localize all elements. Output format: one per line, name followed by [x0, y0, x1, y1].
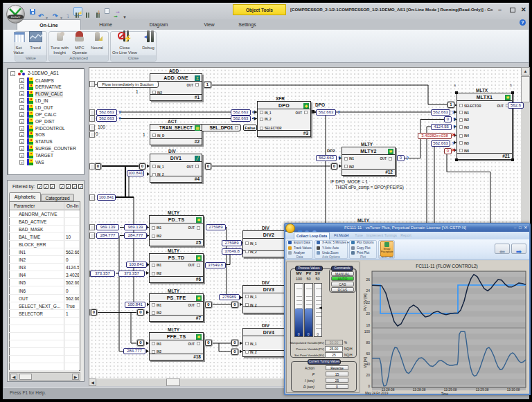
svg-text:PV / SV [%]: PV / SV [%] [364, 293, 367, 311]
svg-text:13:29:38: 13:29:38 [476, 388, 489, 392]
svg-text:0: 0 [368, 384, 370, 388]
svg-text:13:30:08: 13:30:08 [507, 388, 520, 392]
svg-text:60: 60 [366, 351, 370, 356]
svg-text:13:29:08: 13:29:08 [444, 388, 457, 392]
svg-text:13:28:08: 13:28:08 [382, 388, 395, 392]
svg-text:18: 18 [366, 323, 370, 327]
svg-text:24: 24 [366, 289, 370, 293]
svg-text:26: 26 [366, 277, 370, 282]
svg-text:MV [%]: MV [%] [364, 357, 367, 367]
svg-text:May 24 Fri 2019: May 24 Fri 2019 [365, 392, 389, 395]
svg-text:13:28:38: 13:28:38 [413, 388, 426, 392]
svg-text:20: 20 [366, 373, 370, 377]
svg-text:20: 20 [366, 311, 370, 316]
svg-text:Time: Time [441, 392, 449, 396]
svg-text:80: 80 [366, 340, 370, 345]
svg-text:100: 100 [364, 329, 371, 334]
